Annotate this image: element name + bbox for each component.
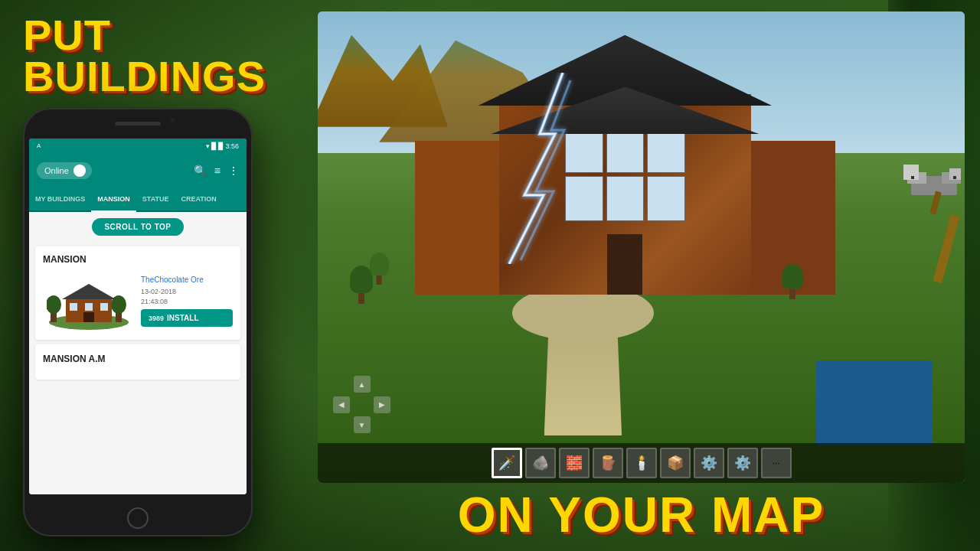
building-image-1 (43, 271, 135, 332)
headline-bottom-container: ON YOUR MAP (318, 491, 965, 540)
mansion-windows (562, 124, 688, 224)
window-4 (565, 176, 603, 221)
scroll-to-top-button[interactable]: SCROLL TO TOP (92, 218, 183, 236)
scene-water (816, 360, 933, 445)
app-bar: Online 🔍 ≡ ⋮ (29, 154, 247, 187)
hotbar-slot-8[interactable]: ⚙️ (727, 448, 758, 478)
tree-right-1 (782, 264, 803, 299)
sim-icon: A (37, 142, 41, 149)
tab-bar: MY BUILDINGS MANSION STATUE CREATION (29, 187, 247, 212)
headline-top: PUT BUILDINGS (23, 15, 291, 96)
dpad-left[interactable]: ◀ (333, 396, 350, 413)
mc-hotbar: 🗡️ 🪨 🧱 🪵 🕯️ 📦 ⚙️ ⚙️ ··· (318, 443, 965, 483)
install-count-1: 3989 (149, 315, 164, 322)
building-title-2: MANSION A.M (43, 354, 233, 364)
phone-speaker (115, 122, 161, 126)
tree-left-2 (370, 253, 389, 285)
scene-mansion (415, 59, 835, 295)
minecraft-screenshot: ▲ ▼ ◀ ▶ 🗡️ 🪨 🧱 🪵 🕯️ 📦 ⚙️ ⚙️ ··· (318, 11, 965, 483)
date-time-1: 13-02-2018 21:43:08 (141, 287, 233, 306)
full-layout: PUT BUILDINGS A ▾ ▉ ▉ (0, 0, 980, 551)
hotbar-slot-2[interactable]: 🪨 (525, 448, 556, 478)
tab-mansion[interactable]: MANSION (91, 187, 136, 212)
app-bar-icons: 🔍 ≡ ⋮ (194, 165, 239, 177)
status-left: A (37, 142, 41, 149)
online-toggle[interactable]: Online (37, 162, 92, 179)
hotbar-slot-3[interactable]: 🧱 (559, 448, 590, 478)
date-1: 13-02-2018 (141, 288, 176, 295)
phone-body: A ▾ ▉ ▉ 3:56 Online (23, 108, 253, 536)
dpad-right[interactable]: ▶ (374, 396, 390, 413)
svg-marker-6 (62, 284, 116, 299)
hotbar-slot-7[interactable]: ⚙️ (694, 448, 724, 478)
building-info-1: TheChocolate Ore 13-02-2018 21:43:08 398… (141, 276, 233, 327)
dpad-control: ▲ ▼ ◀ ▶ (333, 376, 390, 433)
wifi-icon: ▾ (206, 142, 210, 150)
install-label-1: INSTALL (167, 314, 198, 322)
svg-rect-8 (85, 303, 93, 311)
battery-icon: ▉ (218, 142, 224, 150)
signal-icon: ▉ (211, 142, 217, 150)
dpad-down[interactable]: ▼ (354, 416, 371, 433)
right-panel: ▲ ▼ ◀ ▶ 🗡️ 🪨 🧱 🪵 🕯️ 📦 ⚙️ ⚙️ ··· (306, 0, 980, 551)
hotbar-slot-9[interactable]: ··· (761, 448, 792, 478)
hotbar-slot-5[interactable]: 🕯️ (626, 448, 657, 478)
svg-rect-9 (100, 303, 108, 311)
tab-my-buildings[interactable]: MY BUILDINGS (29, 187, 91, 210)
svg-point-2 (47, 295, 61, 314)
time-display: 3:56 (225, 142, 239, 150)
window-5 (606, 176, 645, 221)
window-6 (647, 176, 685, 221)
phone-camera (170, 118, 175, 122)
toggle-circle[interactable] (74, 165, 86, 177)
author-link-1[interactable]: TheChocolate Ore (141, 276, 233, 284)
content-area: SCROLL TO TOP MANSION (29, 212, 247, 494)
svg-rect-18 (953, 176, 956, 179)
svg-rect-11 (933, 214, 960, 283)
more-icon[interactable]: ⋮ (228, 165, 239, 177)
time-1: 21:43:08 (141, 298, 168, 305)
phone-mockup: A ▾ ▉ ▉ 3:56 Online (23, 108, 253, 536)
search-icon[interactable]: 🔍 (194, 165, 207, 177)
hotbar-slot-1[interactable]: 🗡️ (492, 448, 522, 478)
phone-home-button[interactable] (127, 507, 149, 529)
svg-rect-17 (911, 176, 914, 179)
mansion-thumbnail (47, 272, 131, 330)
scroll-to-top-container: SCROLL TO TOP (29, 212, 247, 242)
headline-bottom: ON YOUR MAP (318, 491, 965, 540)
svg-rect-7 (70, 303, 77, 311)
left-panel: PUT BUILDINGS A ▾ ▉ ▉ (0, 0, 306, 551)
svg-rect-10 (83, 312, 94, 322)
headline-top-container: PUT BUILDINGS (23, 15, 291, 96)
status-bar: A ▾ ▉ ▉ 3:56 (29, 139, 247, 154)
building-card-2: MANSION A.M (35, 344, 240, 380)
tab-statue[interactable]: STATUE (136, 187, 175, 210)
building-content-1: TheChocolate Ore 13-02-2018 21:43:08 398… (43, 271, 233, 332)
pickaxe-decoration (896, 153, 965, 283)
tab-creation[interactable]: CREATION (175, 187, 223, 210)
building-card-1: MANSION (35, 246, 240, 340)
status-icons: ▾ ▉ ▉ 3:56 (206, 142, 239, 150)
phone-screen: A ▾ ▉ ▉ 3:56 Online (29, 139, 247, 494)
hotbar-slot-6[interactable]: 📦 (660, 448, 691, 478)
online-label: Online (44, 166, 69, 175)
hotbar-slot-4[interactable]: 🪵 (593, 448, 623, 478)
dpad-up[interactable]: ▲ (354, 376, 371, 393)
filter-icon[interactable]: ≡ (214, 165, 220, 177)
mansion-door (607, 234, 642, 295)
building-title-1: MANSION (43, 254, 233, 265)
install-button-1[interactable]: 3989 INSTALL (141, 309, 233, 327)
